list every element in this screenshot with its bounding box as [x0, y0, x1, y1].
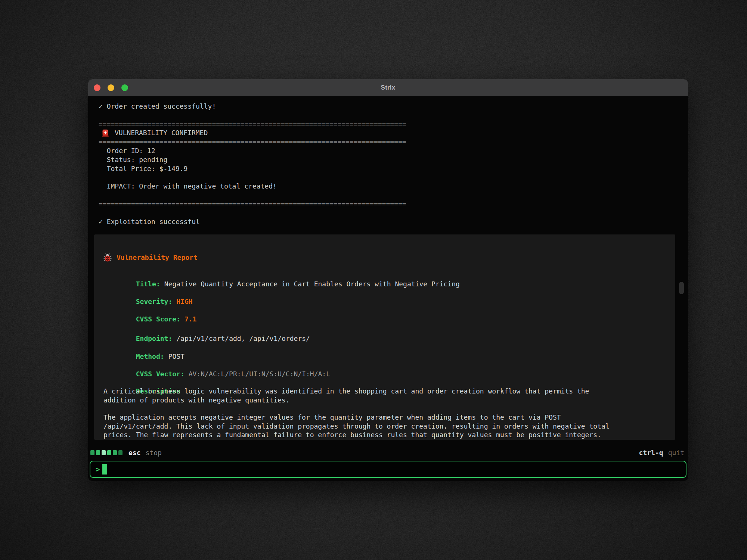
separator-line: ========================================… — [99, 120, 406, 129]
report-title-row: Title:Negative Quantity Acceptance in Ca… — [103, 271, 666, 280]
window-titlebar[interactable]: Strix — [88, 79, 688, 96]
window-title: Strix — [88, 84, 688, 91]
bug-icon — [103, 253, 112, 262]
order-success-line: ✓ Order created successfully! — [99, 102, 406, 111]
traffic-light-buttons — [94, 79, 128, 96]
method-label: Method: — [136, 352, 164, 360]
report-method-row: Method:POST — [103, 343, 666, 352]
status-bar: esc stop ctrl-q quit — [88, 447, 688, 458]
esc-keybinding: esc — [128, 449, 141, 457]
exploitation-success-line: ✓ Exploitation successful — [99, 217, 406, 226]
close-button[interactable] — [94, 84, 100, 91]
cvss-vector-value: AV:N/AC:L/PR:L/UI:N/S:U/C:N/I:H/A:L — [189, 370, 330, 378]
total-price-line: Total Price: $-149.9 — [99, 164, 406, 173]
prompt-symbol: > — [96, 465, 100, 473]
report-header: Vulnerability Report — [103, 253, 666, 262]
text-cursor — [102, 464, 107, 475]
order-status-line: Status: pending — [99, 155, 406, 164]
report-cvss-vector-row: CVSS Vector:AV:N/AC:L/PR:L/UI:N/S:U/C:N/… — [103, 361, 666, 370]
description-paragraph-1: A critical business logic vulnerability … — [103, 387, 666, 404]
quit-action-label: quit — [668, 449, 684, 457]
report-severity-row: Severity:HIGH — [103, 288, 666, 297]
severity-label: Severity: — [136, 298, 173, 305]
title-value: Negative Quantity Acceptance in Cart Ena… — [164, 280, 460, 288]
description-paragraph-2: The application accepts negative integer… — [103, 413, 666, 439]
vuln-confirmed-text: VULNERABILITY CONFIRMED — [115, 128, 208, 137]
status-bar-right: ctrl-q quit — [639, 449, 684, 457]
terminal-content: ✓ Order created successfully! ==========… — [88, 96, 688, 481]
cvss-score-value: 7.1 — [185, 315, 197, 323]
terminal-window: Strix ✓ Order created successfully! ====… — [88, 79, 688, 481]
order-id-line: Order ID: 12 — [99, 146, 406, 155]
terminal-output: ✓ Order created successfully! ==========… — [99, 102, 406, 226]
impact-line: IMPACT: Order with negative total create… — [99, 182, 406, 191]
report-header-title: Vulnerability Report — [117, 253, 198, 262]
severity-value: HIGH — [176, 298, 192, 305]
cvss-vector-label: CVSS Vector: — [136, 370, 185, 378]
vuln-confirmed-line: VULNERABILITY CONFIRMED — [99, 128, 406, 137]
spinner-icon — [90, 450, 123, 455]
command-input[interactable]: > — [90, 461, 686, 478]
separator-line: ========================================… — [99, 200, 406, 209]
scrollbar-thumb[interactable] — [679, 282, 684, 294]
description-header: Description — [103, 378, 666, 387]
separator-line: ========================================… — [99, 137, 406, 146]
cvss-score-label: CVSS Score: — [136, 315, 180, 323]
endpoint-value: /api/v1/cart/add, /api/v1/orders/ — [176, 335, 310, 342]
title-label: Title: — [136, 280, 160, 288]
report-endpoint-row: Endpoint:/api/v1/cart/add, /api/v1/order… — [103, 325, 666, 334]
zoom-button[interactable] — [121, 84, 128, 91]
report-cvss-score-row: CVSS Score:7.1 — [103, 306, 666, 315]
esc-action-label: stop — [146, 449, 162, 457]
minimize-button[interactable] — [108, 84, 114, 91]
endpoint-label: Endpoint: — [136, 335, 173, 342]
siren-icon — [102, 129, 109, 137]
quit-keybinding: ctrl-q — [639, 449, 663, 457]
method-value: POST — [168, 352, 185, 360]
vulnerability-report-panel: Vulnerability Report Title:Negative Quan… — [94, 234, 675, 440]
status-bar-left: esc stop — [90, 449, 162, 457]
